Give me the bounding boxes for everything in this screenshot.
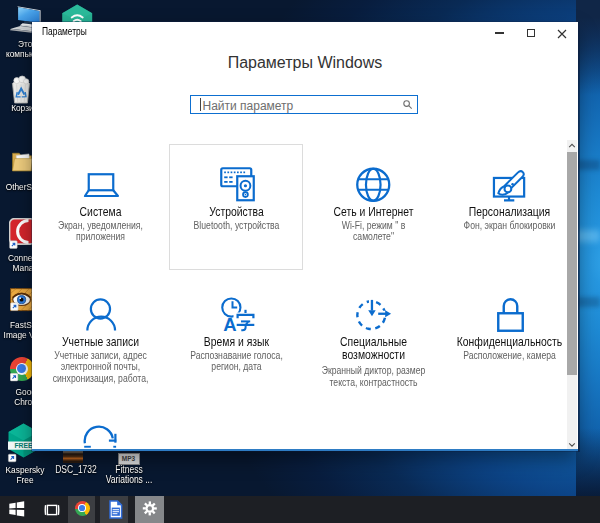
svg-text:FREE: FREE [14,442,33,449]
svg-text:A: A [223,314,236,335]
